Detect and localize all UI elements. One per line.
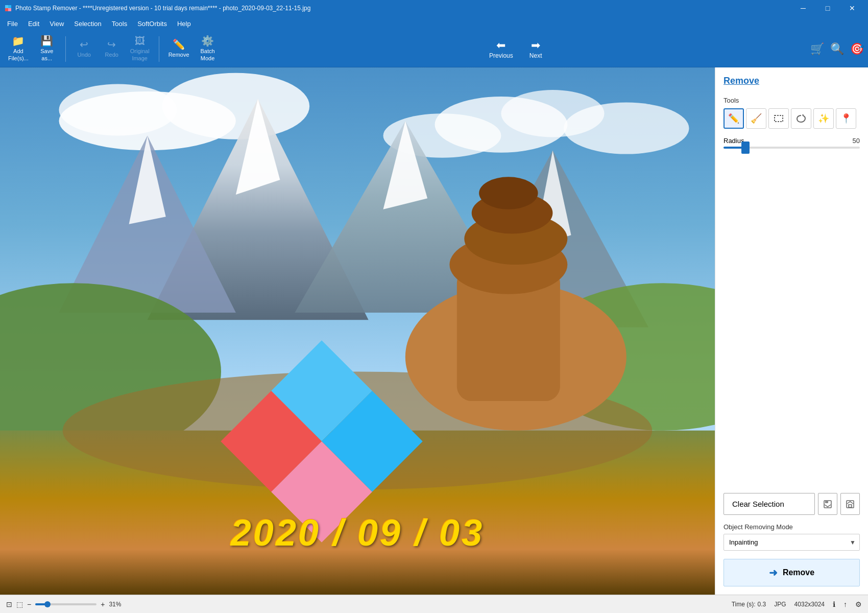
panel-spacer bbox=[724, 159, 860, 485]
slider-thumb[interactable] bbox=[741, 142, 750, 154]
remove-action-label: Remove bbox=[783, 568, 814, 577]
settings-icon[interactable]: ⚙ bbox=[855, 600, 862, 608]
panel-title: Remove bbox=[724, 76, 860, 88]
object-removing-mode-label: Object Removing Mode bbox=[724, 523, 860, 531]
statusbar-left: ⊡ ⬚ − + 31% bbox=[6, 600, 121, 608]
time-info: Time (s): 0.3 bbox=[732, 601, 766, 608]
remove-tool-label: Remove bbox=[168, 52, 189, 58]
time-value: 0.3 bbox=[758, 601, 766, 608]
menu-selection[interactable]: Selection bbox=[69, 18, 106, 30]
toolbar-sep-2 bbox=[159, 36, 159, 62]
svg-rect-0 bbox=[5, 5, 8, 8]
menu-file[interactable]: File bbox=[2, 18, 23, 30]
mode-select-wrapper: Inpainting Smart Fill Move/Clone ▼ bbox=[724, 534, 860, 551]
info-icon[interactable]: ℹ bbox=[833, 600, 835, 608]
zoom-thumb[interactable] bbox=[44, 601, 51, 607]
menu-edit[interactable]: Edit bbox=[23, 18, 44, 30]
original-image-button[interactable]: 🖼 OriginalImage bbox=[126, 34, 154, 64]
next-button[interactable]: ➡ Next bbox=[523, 35, 548, 63]
lasso-tool-button[interactable] bbox=[791, 108, 811, 129]
original-image-label: OriginalImage bbox=[130, 48, 150, 61]
radius-value: 50 bbox=[853, 137, 860, 145]
add-files-button[interactable]: 📁 AddFile(s)... bbox=[4, 34, 33, 64]
tools-row: ✏️ 🧹 ✨ 📍 bbox=[724, 108, 860, 129]
titlebar: Photo Stamp Remover - ****Unregistered v… bbox=[0, 0, 868, 16]
format-badge: JPG bbox=[774, 601, 786, 608]
titlebar-controls: ─ □ ✕ bbox=[791, 0, 864, 16]
stamp-overlay bbox=[250, 370, 393, 513]
radius-slider[interactable] bbox=[724, 147, 860, 149]
previous-label: Previous bbox=[489, 52, 513, 59]
redo-label: Redo bbox=[105, 52, 118, 58]
previous-icon: ⬅ bbox=[496, 39, 505, 52]
statusbar-right: Time (s): 0.3 JPG 4032x3024 ℹ ↑ ⚙ bbox=[732, 600, 862, 608]
zoom-slider[interactable] bbox=[35, 603, 97, 605]
time-label: Time (s): bbox=[732, 601, 756, 608]
magic-wand-tool-button[interactable]: ✨ bbox=[813, 108, 834, 129]
original-image-icon: 🖼 bbox=[135, 36, 145, 46]
radius-section: Radius 50 bbox=[724, 137, 860, 151]
zoom-out-icon[interactable]: − bbox=[27, 600, 31, 608]
rectangle-tool-button[interactable] bbox=[768, 108, 789, 129]
cart-icon[interactable]: 🛒 bbox=[810, 42, 824, 56]
pencil-tool-button[interactable]: ✏️ bbox=[724, 108, 744, 129]
next-icon: ➡ bbox=[531, 39, 540, 52]
clear-selection-section: Clear Selection bbox=[724, 493, 860, 515]
clear-selection-button[interactable]: Clear Selection bbox=[724, 493, 815, 515]
svg-rect-3 bbox=[8, 8, 11, 11]
titlebar-title: Photo Stamp Remover - ****Unregistered v… bbox=[15, 5, 310, 12]
close-button[interactable]: ✕ bbox=[840, 0, 864, 16]
edit-tools-group: ↩ Undo ↪ Redo 🖼 OriginalImage bbox=[71, 34, 154, 64]
next-label: Next bbox=[529, 52, 542, 59]
right-panel: Remove Tools ✏️ 🧹 ✨ 📍 Radius 50 bbox=[715, 67, 868, 595]
main-layout: 2020 / 09 / 03 Remove Tools ✏️ 🧹 ✨ 📍 Rad… bbox=[0, 67, 868, 595]
eraser-tool-button[interactable]: 🧹 bbox=[746, 108, 766, 129]
canvas-area[interactable]: 2020 / 09 / 03 bbox=[0, 67, 715, 595]
undo-button[interactable]: ↩ Undo bbox=[71, 34, 98, 64]
zoom-actual-icon[interactable]: ⬚ bbox=[16, 600, 23, 608]
clear-selection-label: Clear Selection bbox=[732, 500, 784, 508]
zoom-in-icon[interactable]: + bbox=[101, 600, 105, 608]
app-icon bbox=[4, 4, 12, 12]
redo-icon: ↪ bbox=[107, 39, 116, 50]
menu-softorbits[interactable]: SoftOrbits bbox=[132, 18, 172, 30]
statusbar: ⊡ ⬚ − + 31% Time (s): 0.3 JPG 4032x3024 … bbox=[0, 595, 868, 613]
toolbar: 📁 AddFile(s)... 💾 Saveas... ↩ Undo ↪ Red… bbox=[0, 31, 868, 67]
menu-help[interactable]: Help bbox=[172, 18, 196, 30]
watermark-text: 2020 / 09 / 03 bbox=[231, 512, 484, 554]
load-selection-button[interactable] bbox=[840, 493, 860, 515]
redo-button[interactable]: ↪ Redo bbox=[99, 34, 125, 64]
undo-label: Undo bbox=[78, 52, 91, 58]
share-icon[interactable]: ↑ bbox=[843, 600, 847, 608]
toolbar-left: 📁 AddFile(s)... 💾 Saveas... ↩ Undo ↪ Red… bbox=[4, 34, 221, 64]
batch-mode-button[interactable]: ⚙️ BatchMode bbox=[195, 34, 221, 64]
stamp-tool-button[interactable]: 📍 bbox=[836, 108, 856, 129]
remove-tools-group: ✏️ Remove ⚙️ BatchMode bbox=[164, 34, 221, 64]
mode-select[interactable]: Inpainting Smart Fill Move/Clone bbox=[724, 534, 860, 551]
zoom-value: 31% bbox=[109, 601, 121, 608]
batch-mode-label: BatchMode bbox=[201, 48, 215, 61]
file-tools-group: 📁 AddFile(s)... 💾 Saveas... bbox=[4, 34, 60, 64]
minimize-button[interactable]: ─ bbox=[791, 0, 815, 16]
undo-icon: ↩ bbox=[80, 39, 88, 50]
save-as-button[interactable]: 💾 Saveas... bbox=[34, 34, 60, 64]
zoom-fit-icon[interactable]: ⊡ bbox=[6, 600, 12, 608]
save-as-icon: 💾 bbox=[40, 36, 53, 46]
save-selection-button[interactable] bbox=[818, 493, 837, 515]
tools-section-title: Tools bbox=[724, 97, 860, 104]
remove-arrow-icon: ➜ bbox=[769, 567, 778, 579]
search-icon[interactable]: 🔍 bbox=[830, 42, 844, 56]
remove-button[interactable]: ✏️ Remove bbox=[164, 34, 194, 64]
remove-action-button[interactable]: ➜ Remove bbox=[724, 559, 860, 586]
batch-mode-icon: ⚙️ bbox=[201, 36, 214, 46]
svg-rect-1 bbox=[8, 5, 11, 8]
save-as-label: Saveas... bbox=[40, 48, 53, 61]
svg-rect-35 bbox=[849, 505, 852, 507]
maximize-button[interactable]: □ bbox=[816, 0, 839, 16]
help-3d-icon[interactable]: 🎯 bbox=[850, 42, 864, 56]
previous-button[interactable]: ⬅ Previous bbox=[483, 35, 519, 63]
svg-rect-2 bbox=[5, 8, 8, 11]
object-removing-section: Object Removing Mode Inpainting Smart Fi… bbox=[724, 523, 860, 551]
menu-view[interactable]: View bbox=[44, 18, 69, 30]
menu-tools[interactable]: Tools bbox=[107, 18, 132, 30]
